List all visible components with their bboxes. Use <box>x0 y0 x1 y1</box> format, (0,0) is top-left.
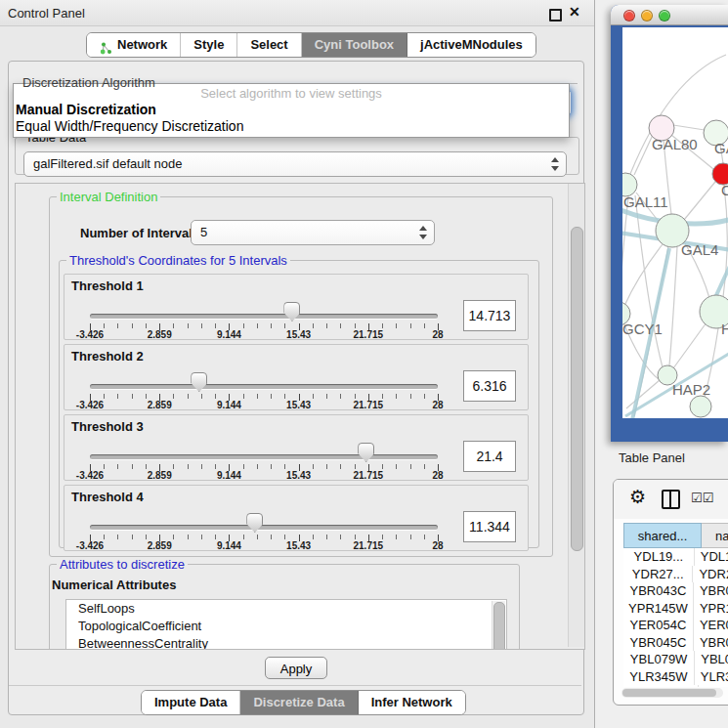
checked-boxes-icon[interactable]: ☑☑ <box>691 491 713 505</box>
attribute-list-item[interactable]: SelfLoops <box>66 600 506 618</box>
table-row[interactable]: YDL19...YDL1 <box>623 548 728 566</box>
network-edge[interactable] <box>684 182 715 220</box>
column-header-name[interactable]: na <box>702 523 728 548</box>
threshold-slider-track[interactable] <box>90 454 438 459</box>
table-row[interactable]: YER054CYER0 <box>623 617 728 634</box>
threshold-slider-handle[interactable] <box>191 372 207 392</box>
thresholds-group: Threshold's Coordinates for 5 Intervals … <box>59 253 539 548</box>
tab-select[interactable]: Select <box>237 33 301 57</box>
dropdown-option-manual-discretization[interactable]: Manual Discretization <box>16 102 156 117</box>
table-cell-name: YER0 <box>694 617 728 634</box>
tick-mark <box>340 535 341 539</box>
threshold-slider-track[interactable] <box>90 384 438 389</box>
network-window-titlebar[interactable] <box>611 5 728 25</box>
numerical-attributes-list[interactable]: SelfLoopsTopologicalCoefficientBetweenne… <box>65 599 507 650</box>
settings-vertical-scrollbar[interactable] <box>568 184 584 647</box>
network-edge[interactable] <box>630 55 726 174</box>
table-cell-name: YIL0 <box>699 685 728 687</box>
tab-cyni-toolbox[interactable]: Cyni Toolbox <box>302 33 407 57</box>
threshold-value-field[interactable]: 21.4 <box>463 441 516 472</box>
tick-mark <box>146 535 147 539</box>
table-hscrollbar-thumb[interactable] <box>622 689 716 697</box>
table-cell-name: YPR1 <box>694 600 728 618</box>
tick-label: 21.715 <box>354 470 384 481</box>
threshold-value-field[interactable]: 11.344 <box>463 511 516 542</box>
tab-jactivemnodules[interactable]: jActiveMNodules <box>407 33 535 57</box>
table-data-combobox-value: galFiltered.sif default node <box>33 156 182 171</box>
table-row[interactable]: YBL079WYBL0 <box>623 651 728 668</box>
attribute-list-item[interactable]: TopologicalCoefficient <box>66 618 506 635</box>
tick-mark <box>104 535 105 539</box>
gear-icon[interactable]: ⚙ <box>629 486 646 508</box>
threshold-value-field[interactable]: 6.316 <box>463 370 516 402</box>
attribute-list-item[interactable]: BetweennessCentrality <box>66 635 506 650</box>
dropdown-option-equal-width-frequency[interactable]: Equal Width/Frequency Discretization <box>16 118 243 134</box>
table-row[interactable]: YBR043CYBR0 <box>623 582 728 600</box>
tick-label: 15.43 <box>286 329 311 340</box>
tick-label: 2.859 <box>148 470 172 481</box>
table-row[interactable]: YBR045CYBR0 <box>623 634 728 652</box>
network-edge[interactable] <box>673 322 707 368</box>
table-row[interactable]: YIL053CYIL0 <box>623 685 728 687</box>
zoom-button[interactable] <box>659 10 670 21</box>
network-node-label: GA <box>714 140 728 156</box>
network-edge[interactable] <box>669 247 677 365</box>
network-edge[interactable] <box>624 244 663 306</box>
threshold-slider-handle[interactable] <box>246 513 263 533</box>
tab-discretize-data-label: Discretize Data <box>253 691 344 714</box>
minimize-button[interactable] <box>641 10 653 21</box>
tick-mark <box>201 394 202 399</box>
attributes-list-scrollbar-thumb[interactable] <box>493 602 505 650</box>
threshold-slider-handle[interactable] <box>358 443 374 462</box>
tick-mark <box>340 394 341 399</box>
tick-mark <box>104 394 105 399</box>
table-data-combobox[interactable]: galFiltered.sif default node <box>23 151 567 177</box>
table-row[interactable]: YPR145WYPR1 <box>623 600 728 618</box>
threshold-slider-track[interactable] <box>90 314 438 319</box>
tick-mark <box>424 535 425 539</box>
network-edge[interactable] <box>634 135 653 175</box>
apply-button[interactable]: Apply <box>265 657 327 679</box>
network-node-label: GAL80 <box>652 136 698 152</box>
tick-mark <box>173 323 174 328</box>
table-row[interactable]: YDR27...YDR2 <box>623 566 728 583</box>
tab-discretize-data[interactable]: Discretize Data <box>240 691 358 714</box>
network-canvas[interactable]: GAL80GACGAL11GAL4GCY1HHAP2 <box>622 27 728 418</box>
close-button[interactable] <box>623 10 635 21</box>
tick-mark <box>382 323 383 328</box>
tick-mark <box>424 464 425 469</box>
column-layout-icon[interactable] <box>662 490 680 509</box>
tick-mark <box>104 464 105 469</box>
tab-impute-data[interactable]: Impute Data <box>142 691 240 714</box>
threshold-slider-track[interactable] <box>90 525 438 530</box>
tab-infer-network[interactable]: Infer Network <box>359 691 465 714</box>
threshold-value-field[interactable]: 14.713 <box>463 300 516 331</box>
network-edge[interactable] <box>673 125 705 130</box>
tick-mark <box>132 394 133 399</box>
tick-mark <box>396 464 397 469</box>
threshold-slider-handle[interactable] <box>283 302 300 321</box>
tab-style[interactable]: Style <box>181 33 237 57</box>
float-window-icon[interactable] <box>549 9 562 21</box>
close-icon[interactable]: ✕ <box>569 4 580 20</box>
tab-network[interactable]: Network <box>87 33 181 57</box>
attributes-list-scrollbar[interactable] <box>492 601 505 650</box>
table-horizontal-scrollbar[interactable] <box>621 688 723 698</box>
column-header-shared-name[interactable]: shared... <box>623 523 702 548</box>
table-cell-shared-name: YBR045C <box>623 634 694 652</box>
network-node-bottom[interactable] <box>690 396 711 417</box>
tick-mark <box>243 535 244 539</box>
tick-label: 2.859 <box>148 540 172 551</box>
table-row[interactable]: YLR345WYLR3 <box>623 668 728 686</box>
tick-mark <box>243 323 244 328</box>
tick-label: 15.43 <box>286 400 311 410</box>
tick-mark <box>410 323 411 328</box>
settings-scrollbar-thumb[interactable] <box>571 227 583 551</box>
bottom-separator <box>9 685 581 686</box>
number-of-intervals-combobox[interactable]: 5 <box>191 220 435 245</box>
table-cell-name: YLR3 <box>695 668 728 686</box>
tick-mark <box>146 464 147 469</box>
tick-mark <box>146 394 147 399</box>
tick-mark <box>188 535 189 539</box>
table-cell-shared-name: YIL053C <box>623 685 699 687</box>
